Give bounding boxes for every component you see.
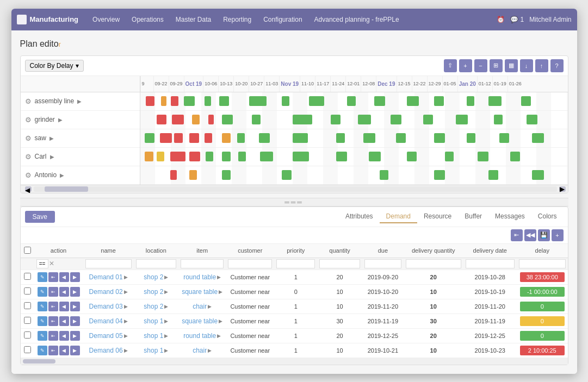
location-cell-0[interactable]: shop 2▶: [137, 273, 175, 281]
tab-resource[interactable]: Resource: [417, 210, 458, 223]
nav-reporting[interactable]: Reporting: [218, 14, 257, 26]
item-cell-2[interactable]: chair▶: [182, 303, 222, 310]
location-cell-1[interactable]: shop 2▶: [137, 288, 175, 296]
row-checkbox-4[interactable]: [24, 331, 31, 339]
messages-icon[interactable]: 💬 1: [510, 16, 524, 23]
action-btn-prev-2[interactable]: ◀: [59, 302, 69, 311]
filter-name[interactable]: [85, 259, 132, 268]
action-btn-next-2[interactable]: ▶: [70, 302, 80, 311]
gantt-scroll-left[interactable]: ◀: [25, 186, 32, 192]
filter-action[interactable]: [36, 259, 48, 268]
gantt-label-4[interactable]: Antonio: [35, 171, 57, 179]
table-add-btn[interactable]: +: [552, 229, 564, 241]
gantt-label-0[interactable]: assembly line: [35, 97, 75, 105]
gantt-label-1[interactable]: grinder: [35, 116, 55, 123]
action-btn-prev-3[interactable]: ◀: [59, 316, 69, 326]
filter-quantity[interactable]: [319, 259, 360, 268]
action-btn-edit-4[interactable]: ✎: [38, 331, 47, 341]
nav-overview[interactable]: Overview: [87, 14, 125, 26]
action-btn-edit-5[interactable]: ✎: [38, 346, 47, 355]
action-btn-first-2[interactable]: ⇤: [48, 302, 58, 311]
action-btn-edit-2[interactable]: ✎: [38, 302, 47, 311]
table-first-btn[interactable]: ⇤: [511, 229, 523, 241]
resize-handle[interactable]: ═══: [20, 198, 568, 206]
grid-btn[interactable]: ⊞: [490, 59, 503, 72]
action-btn-prev-1[interactable]: ◀: [59, 287, 69, 297]
filter-due[interactable]: [364, 259, 401, 268]
action-btn-prev-0[interactable]: ◀: [59, 272, 69, 282]
gantt-scroll-right[interactable]: ▶: [559, 186, 566, 192]
action-btn-next-3[interactable]: ▶: [70, 316, 80, 326]
action-btn-next-4[interactable]: ▶: [70, 331, 80, 341]
action-btn-edit-3[interactable]: ✎: [38, 316, 47, 326]
item-cell-0[interactable]: round table▶: [182, 273, 222, 281]
tab-attributes[interactable]: Attributes: [339, 210, 380, 223]
tab-demand[interactable]: Demand: [380, 210, 417, 223]
table-save-btn[interactable]: 💾: [538, 229, 550, 241]
color-by-button[interactable]: Color By Delay ▾: [25, 60, 84, 72]
action-btn-edit-1[interactable]: ✎: [38, 287, 47, 297]
row-checkbox-2[interactable]: [24, 302, 31, 309]
filter-item[interactable]: [181, 259, 224, 268]
location-cell-2[interactable]: shop 2▶: [137, 303, 175, 310]
nav-advanced-planning[interactable]: Advanced planning - frePPLe: [309, 14, 405, 26]
select-all-checkbox[interactable]: [24, 247, 31, 254]
save-button[interactable]: Save: [25, 211, 55, 223]
name-cell-4[interactable]: Demand 05▶: [86, 332, 131, 340]
location-cell-5[interactable]: shop 1▶: [137, 347, 175, 354]
nav-configuration[interactable]: Configuration: [258, 14, 307, 26]
item-cell-5[interactable]: chair▶: [182, 347, 222, 354]
filter-delivery-qty[interactable]: [406, 259, 461, 268]
gantt-label-2[interactable]: saw: [35, 134, 46, 142]
name-cell-2[interactable]: Demand 03▶: [86, 303, 131, 310]
action-btn-prev-5[interactable]: ◀: [59, 346, 69, 355]
action-btn-next-5[interactable]: ▶: [70, 346, 80, 355]
location-cell-3[interactable]: shop 1▶: [137, 317, 175, 325]
table-prev-btn[interactable]: ◀◀: [524, 229, 536, 241]
action-btn-first-5[interactable]: ⇤: [48, 346, 58, 355]
table-nav-icons: ⇤ ◀◀ 💾 +: [21, 227, 568, 244]
clock-icon[interactable]: ⏰: [497, 16, 505, 23]
location-cell-4[interactable]: shop 1▶: [137, 332, 175, 340]
row-checkbox-3[interactable]: [24, 317, 31, 324]
item-cell-4[interactable]: round table▶: [182, 332, 222, 340]
nav-operations[interactable]: Operations: [126, 14, 169, 26]
filter-delay[interactable]: [519, 259, 566, 268]
user-menu[interactable]: Mitchell Admin: [529, 16, 571, 23]
action-btn-first-4[interactable]: ⇤: [48, 331, 58, 341]
zoom-in-btn[interactable]: +: [459, 59, 472, 72]
share-icon-btn[interactable]: ⇧: [444, 59, 457, 72]
download-btn[interactable]: ↓: [520, 59, 533, 72]
action-btn-first-1[interactable]: ⇤: [48, 287, 58, 297]
view-btn[interactable]: ▦: [505, 59, 518, 72]
tab-buffer[interactable]: Buffer: [458, 210, 488, 223]
filter-location[interactable]: [136, 259, 176, 268]
name-cell-0[interactable]: Demand 01▶: [86, 273, 131, 281]
action-btn-edit-0[interactable]: ✎: [38, 272, 47, 282]
action-btn-next-0[interactable]: ▶: [70, 272, 80, 282]
filter-action-clear[interactable]: ✕: [49, 260, 54, 267]
name-cell-1[interactable]: Demand 02▶: [86, 288, 131, 296]
row-checkbox-1[interactable]: [24, 287, 31, 295]
item-cell-1[interactable]: square table▶: [182, 288, 222, 296]
action-btn-first-3[interactable]: ⇤: [48, 316, 58, 326]
help-btn[interactable]: ?: [550, 59, 564, 72]
filter-delivery-date[interactable]: [466, 259, 515, 268]
name-cell-3[interactable]: Demand 04▶: [86, 317, 131, 325]
tab-messages[interactable]: Messages: [488, 210, 531, 223]
table-horizontal-scrollbar[interactable]: [21, 358, 568, 365]
item-cell-3[interactable]: square table▶: [182, 317, 222, 325]
action-btn-next-1[interactable]: ▶: [70, 287, 80, 297]
tab-colors[interactable]: Colors: [531, 210, 564, 223]
name-cell-5[interactable]: Demand 06▶: [86, 347, 131, 354]
up-btn[interactable]: ↑: [535, 59, 548, 72]
filter-priority[interactable]: [276, 259, 315, 268]
gantt-label-3[interactable]: Carl: [35, 153, 47, 160]
row-checkbox-5[interactable]: [24, 346, 31, 353]
row-checkbox-0[interactable]: [24, 273, 31, 280]
nav-master-data[interactable]: Master Data: [170, 14, 216, 26]
action-btn-prev-4[interactable]: ◀: [59, 331, 69, 341]
zoom-out-btn[interactable]: −: [474, 59, 487, 72]
action-btn-first-0[interactable]: ⇤: [48, 272, 58, 282]
filter-customer[interactable]: [228, 259, 272, 268]
